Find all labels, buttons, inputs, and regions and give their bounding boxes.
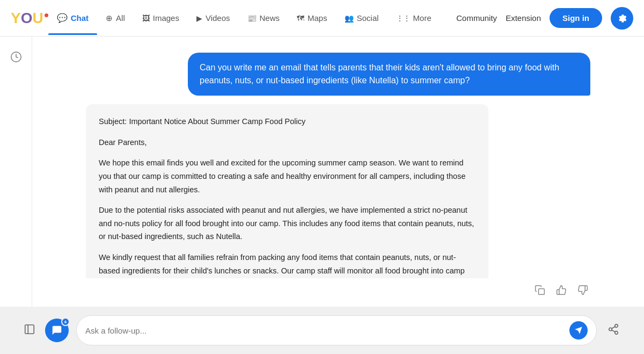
bottom-bar: + (0, 307, 644, 354)
header-right: Community Extension Sign in (456, 7, 633, 30)
svg-marker-4 (575, 327, 582, 334)
thumbdown-icon (577, 285, 588, 295)
send-button[interactable] (569, 321, 588, 339)
tab-social-label: Social (357, 13, 379, 23)
thumbup-button[interactable] (554, 283, 569, 300)
share-icon (608, 323, 619, 335)
sidebar (0, 37, 32, 307)
news-icon: 📰 (247, 14, 257, 23)
email-p1: We hope this email finds you well and ex… (99, 156, 475, 196)
main: Can you write me an email that tells par… (0, 37, 644, 307)
images-icon: 🖼 (142, 14, 150, 23)
tab-videos[interactable]: ▶ Videos (188, 9, 239, 27)
send-icon (574, 326, 583, 335)
svg-line-9 (612, 326, 615, 328)
new-chat-button[interactable]: + (45, 319, 69, 342)
email-p3: We kindly request that all families refr… (99, 251, 475, 278)
tab-more-label: More (413, 13, 431, 23)
assistant-message: Subject: Important Notice About Summer C… (86, 104, 488, 278)
email-p2: Due to the potential risks associated wi… (99, 204, 475, 243)
gear-icon (617, 13, 627, 24)
tab-all[interactable]: ⊕ All (97, 9, 134, 27)
svg-point-7 (615, 331, 618, 334)
tab-news[interactable]: 📰 News (239, 9, 289, 27)
new-chat-badge: + (61, 317, 70, 326)
logo[interactable]: YOU (11, 11, 48, 26)
share-button[interactable] (604, 320, 623, 341)
svg-point-5 (615, 324, 618, 327)
settings-button[interactable] (611, 7, 633, 30)
header: YOU 💬 Chat ⊕ All 🖼 Images ▶ Videos 📰 New… (0, 0, 644, 37)
tab-chat-label: Chat (71, 13, 89, 23)
history-icon[interactable] (6, 47, 26, 67)
more-icon: ⋮⋮ (396, 14, 410, 23)
input-container (76, 315, 597, 345)
community-link[interactable]: Community (456, 13, 497, 23)
social-icon: 👥 (345, 14, 354, 23)
all-icon: ⊕ (106, 13, 113, 23)
tab-videos-label: Videos (206, 13, 230, 23)
svg-rect-2 (25, 324, 34, 334)
svg-line-8 (612, 330, 615, 332)
tab-news-label: News (260, 13, 280, 23)
copy-icon (535, 285, 545, 295)
nav-tabs: 💬 Chat ⊕ All 🖼 Images ▶ Videos 📰 News 🗺 … (48, 9, 457, 27)
svg-point-6 (609, 328, 612, 331)
tab-images-label: Images (153, 13, 179, 23)
thumbdown-button[interactable] (575, 283, 590, 300)
thumbup-icon (556, 285, 567, 295)
follow-up-input[interactable] (85, 326, 569, 335)
sidebar-layout-icon (24, 323, 35, 335)
email-subject: Subject: Important Notice About Summer C… (99, 115, 475, 128)
tab-all-label: All (116, 13, 125, 23)
tab-maps-label: Maps (308, 13, 327, 23)
sidebar-chat-button[interactable] (21, 321, 38, 340)
tab-social[interactable]: 👥 Social (336, 9, 387, 27)
svg-rect-1 (539, 289, 545, 295)
tab-more[interactable]: ⋮⋮ More (387, 9, 440, 27)
user-message: Can you write me an email that tells par… (188, 53, 590, 96)
chat-icon: 💬 (57, 13, 68, 23)
chat-area: Can you write me an email that tells par… (32, 37, 644, 307)
tab-chat[interactable]: 💬 Chat (48, 9, 97, 27)
signin-button[interactable]: Sign in (550, 8, 602, 28)
message-actions (32, 278, 644, 307)
email-greeting: Dear Parents, (99, 136, 475, 149)
chat-bubble-icon (51, 324, 63, 336)
copy-button[interactable] (532, 283, 547, 300)
messages-container: Can you write me an email that tells par… (32, 37, 644, 278)
tab-maps[interactable]: 🗺 Maps (288, 9, 336, 27)
tab-images[interactable]: 🖼 Images (134, 9, 188, 27)
videos-icon: ▶ (196, 14, 202, 23)
extension-link[interactable]: Extension (506, 13, 541, 23)
maps-icon: 🗺 (297, 14, 304, 23)
